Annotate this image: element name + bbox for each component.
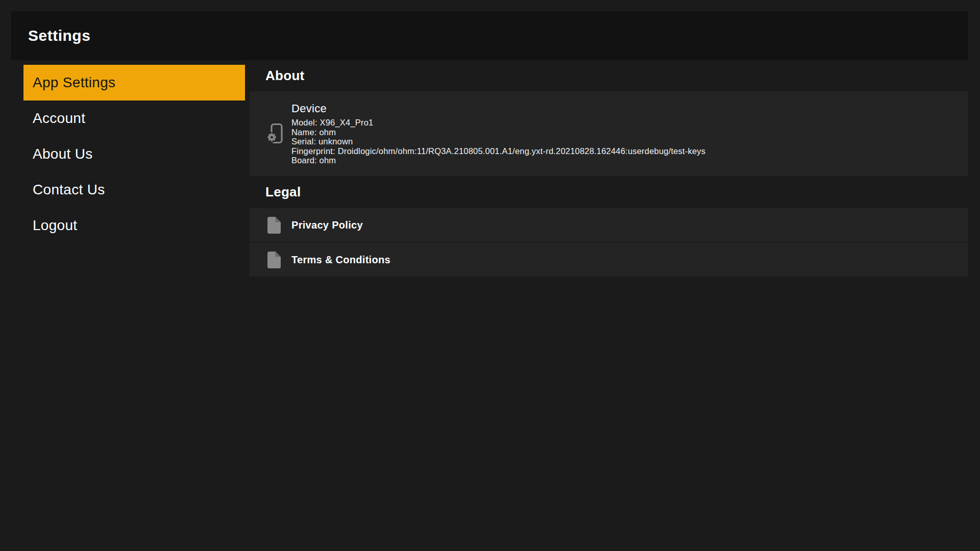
sidebar: App Settings Account About Us Contact Us… <box>23 65 245 243</box>
device-name: Name: ohm <box>291 128 705 137</box>
about-section-header: About <box>250 60 968 91</box>
terms-conditions-row[interactable]: Terms & Conditions <box>250 243 968 277</box>
section-title: Legal <box>265 184 301 200</box>
page-title: Settings <box>28 27 90 44</box>
legal-list: Privacy Policy Terms & Conditions <box>250 208 968 277</box>
device-board: Board: ohm <box>291 156 705 165</box>
device-fingerprint: Fingerprint: Droidlogic/ohm/ohm:11/RQ3A.… <box>291 146 705 156</box>
device-serial: Serial: unknown <box>291 137 705 146</box>
sidebar-item-label: App Settings <box>33 74 115 91</box>
sidebar-item-contact-us[interactable]: Contact Us <box>23 172 245 208</box>
app-header: Settings <box>11 11 968 60</box>
sidebar-item-label: Contact Us <box>33 182 105 198</box>
document-icon <box>267 217 281 234</box>
sidebar-item-account[interactable]: Account <box>23 101 245 136</box>
sidebar-item-label: About Us <box>33 146 93 162</box>
sidebar-item-logout[interactable]: Logout <box>23 208 245 243</box>
terms-conditions-label: Terms & Conditions <box>291 254 390 266</box>
sidebar-item-label: Account <box>33 110 85 127</box>
device-info-text: Device Model: X96_X4_Pro1 Name: ohm Seri… <box>291 102 705 165</box>
device-model: Model: X96_X4_Pro1 <box>291 118 705 128</box>
device-info-card[interactable]: Device Model: X96_X4_Pro1 Name: ohm Seri… <box>250 91 968 176</box>
sidebar-item-app-settings[interactable]: App Settings <box>23 65 245 101</box>
document-icon <box>267 252 281 268</box>
privacy-policy-row[interactable]: Privacy Policy <box>250 208 968 242</box>
content-pane: About Device Model: X96_X4_Pro1 Name: oh… <box>250 60 968 278</box>
sidebar-item-about-us[interactable]: About Us <box>23 136 245 172</box>
device-settings-icon <box>267 123 283 144</box>
sidebar-item-label: Logout <box>33 217 77 234</box>
device-title: Device <box>291 102 705 115</box>
legal-section-header: Legal <box>250 176 968 208</box>
section-title: About <box>265 68 305 84</box>
privacy-policy-label: Privacy Policy <box>291 219 363 231</box>
